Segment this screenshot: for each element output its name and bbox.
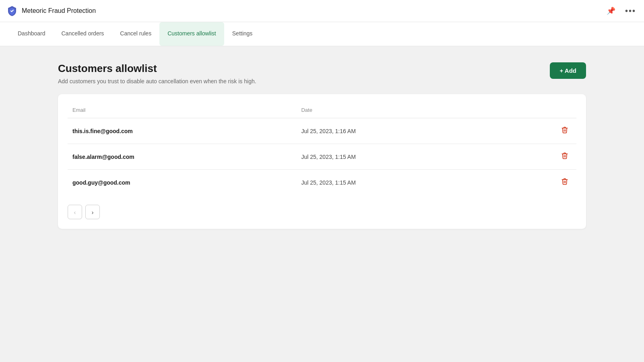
more-icon: ••• <box>625 6 636 15</box>
delete-button[interactable] <box>558 125 572 137</box>
header-left: Meteoric Fraud Protection <box>6 5 96 16</box>
page-title: Customers allowlist <box>58 62 256 75</box>
page-title-section: Customers allowlist Add customers you tr… <box>58 62 256 84</box>
page-header: Customers allowlist Add customers you tr… <box>58 62 586 84</box>
tab-dashboard[interactable]: Dashboard <box>10 22 54 46</box>
email-cell: this.is.fine@good.com <box>68 118 296 144</box>
nav-tabs: Dashboard Cancelled orders Cancel rules … <box>0 22 644 46</box>
col-actions <box>502 104 576 118</box>
email-cell: false.alarm@good.com <box>68 144 296 170</box>
page-subtitle: Add customers you trust to disable auto … <box>58 78 256 84</box>
date-cell: Jul 25, 2023, 1:15 AM <box>296 144 502 170</box>
date-cell: Jul 25, 2023, 1:15 AM <box>296 170 502 195</box>
pin-icon: 📌 <box>607 7 615 15</box>
table-header: Email Date <box>68 104 576 118</box>
prev-page-button[interactable]: ‹ <box>68 205 82 219</box>
tab-cancel-rules[interactable]: Cancel rules <box>112 22 159 46</box>
table-row: good.guy@good.comJul 25, 2023, 1:15 AM <box>68 170 576 195</box>
table-row: false.alarm@good.comJul 25, 2023, 1:15 A… <box>68 144 576 170</box>
allowlist-table-card: Email Date this.is.fine@good.comJul 25, … <box>58 94 586 229</box>
action-cell <box>502 144 576 170</box>
delete-button[interactable] <box>558 150 572 163</box>
chevron-right-icon: › <box>92 209 94 216</box>
pagination: ‹ › <box>68 205 576 219</box>
tab-cancelled-orders[interactable]: Cancelled orders <box>54 22 112 46</box>
chevron-left-icon: ‹ <box>74 209 76 216</box>
col-email: Email <box>68 104 296 118</box>
header-right: 📌 ••• <box>605 5 638 17</box>
trash-icon <box>561 126 568 134</box>
table-body: this.is.fine@good.comJul 25, 2023, 1:16 … <box>68 118 576 195</box>
trash-icon <box>561 152 568 159</box>
delete-button[interactable] <box>558 176 572 189</box>
date-cell: Jul 25, 2023, 1:16 AM <box>296 118 502 144</box>
add-button[interactable]: + Add <box>550 62 586 79</box>
action-cell <box>502 118 576 144</box>
pin-button[interactable]: 📌 <box>605 5 617 17</box>
trash-icon <box>561 178 568 185</box>
app-logo-icon <box>6 5 18 16</box>
main-content: Customers allowlist Add customers you tr… <box>0 46 644 245</box>
tab-customers-allowlist[interactable]: Customers allowlist <box>159 22 224 46</box>
col-date: Date <box>296 104 502 118</box>
tab-settings[interactable]: Settings <box>224 22 261 46</box>
next-page-button[interactable]: › <box>85 205 100 219</box>
allowlist-table: Email Date this.is.fine@good.comJul 25, … <box>68 104 576 195</box>
table-row: this.is.fine@good.comJul 25, 2023, 1:16 … <box>68 118 576 144</box>
app-header: Meteoric Fraud Protection 📌 ••• <box>0 0 644 22</box>
more-options-button[interactable]: ••• <box>623 5 638 17</box>
app-title: Meteoric Fraud Protection <box>22 7 96 14</box>
email-cell: good.guy@good.com <box>68 170 296 195</box>
action-cell <box>502 170 576 195</box>
